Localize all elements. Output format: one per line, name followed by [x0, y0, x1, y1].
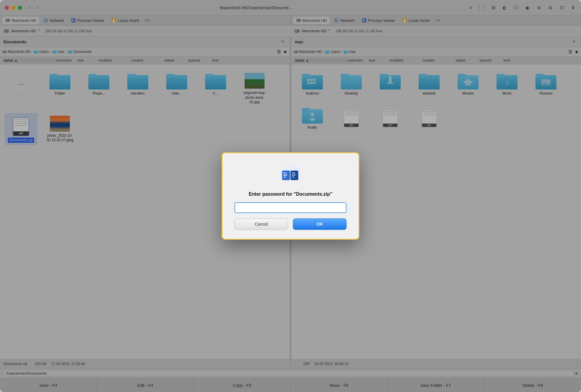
- modal-overlay: Enter password for "Documents.zip" Cance…: [0, 0, 581, 392]
- svg-rect-106: [292, 174, 296, 174]
- svg-rect-105: [292, 172, 295, 173]
- svg-rect-102: [283, 175, 287, 176]
- password-dialog: Enter password for "Documents.zip" Cance…: [222, 152, 359, 240]
- cancel-button[interactable]: Cancel: [234, 218, 288, 230]
- password-input[interactable]: [234, 202, 347, 213]
- svg-rect-103: [283, 177, 286, 177]
- dialog-app-icon: [279, 162, 302, 186]
- svg-rect-107: [292, 175, 295, 176]
- svg-rect-108: [292, 177, 294, 177]
- main-window: ‹ › Macintosh HD/Users/mac/Docume... ≡ ⋮…: [0, 0, 581, 392]
- app-icon-svg: [279, 162, 302, 186]
- dialog-title: Enter password for "Documents.zip": [249, 192, 332, 197]
- ok-button[interactable]: OK: [293, 218, 347, 230]
- svg-rect-100: [283, 172, 286, 173]
- svg-rect-101: [283, 174, 288, 174]
- dialog-buttons: Cancel OK: [234, 218, 347, 230]
